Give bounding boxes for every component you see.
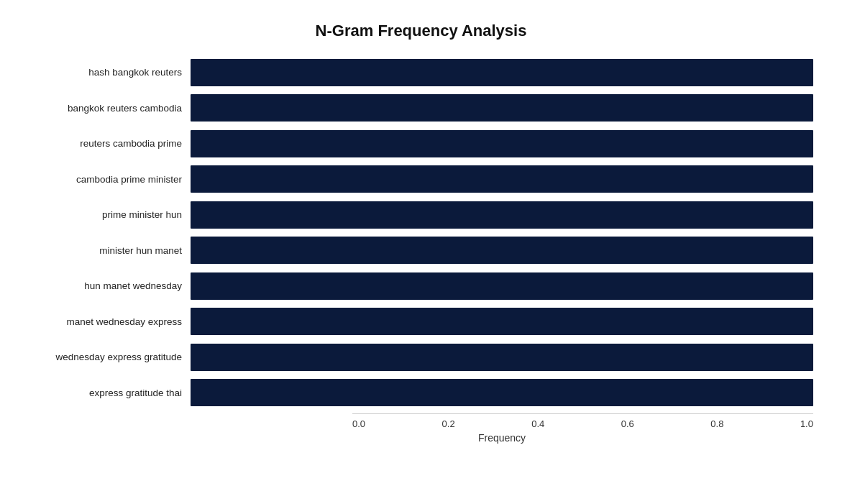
- bar-label: cambodia prime minister: [29, 174, 191, 185]
- bar-label: hun manet wednesday: [29, 280, 191, 291]
- bar-track: [191, 165, 813, 193]
- bar-label: wednesday express gratitude: [29, 352, 191, 362]
- bar-track: [191, 344, 813, 371]
- chart-title: N-Gram Frequency Analysis: [29, 14, 813, 40]
- bar-track: [191, 272, 813, 300]
- bar-row: cambodia prime minister: [29, 162, 813, 196]
- x-tick: 0.8: [710, 418, 723, 429]
- bar-row: hash bangkok reuters: [29, 55, 813, 90]
- bar-row: manet wednesday express: [29, 304, 813, 339]
- bar-row: prime minister hun: [29, 198, 813, 232]
- bar-label: reuters cambodia prime: [29, 138, 191, 149]
- bar-track: [191, 130, 813, 157]
- bar-row: minister hun manet: [29, 233, 813, 267]
- bar-label: bangkok reuters cambodia: [29, 103, 191, 114]
- bar-track: [191, 308, 813, 335]
- bar-track: [191, 201, 813, 229]
- bar-track: [191, 379, 813, 406]
- bar-track: [191, 237, 813, 264]
- bar-label: hash bangkok reuters: [29, 67, 191, 78]
- x-tick: 0.6: [621, 418, 634, 429]
- bar-track: [191, 59, 813, 86]
- chart-container: N-Gram Frequency Analysis hash bangkok r…: [0, 0, 842, 504]
- bar-track: [191, 94, 813, 122]
- x-tick: 0.2: [442, 418, 455, 429]
- bar-row: hun manet wednesday: [29, 269, 813, 303]
- bar-row: bangkok reuters cambodia: [29, 91, 813, 125]
- bar-row: reuters cambodia prime: [29, 127, 813, 161]
- bar-row: express gratitude thai: [29, 375, 813, 410]
- x-axis-wrapper: 0.00.20.40.60.81.0 Frequency: [191, 411, 813, 444]
- x-tick: 0.4: [531, 418, 544, 429]
- x-axis: 0.00.20.40.60.81.0: [352, 413, 813, 429]
- bars-section: hash bangkok reutersbangkok reuters camb…: [29, 55, 813, 411]
- chart-area: hash bangkok reutersbangkok reuters camb…: [29, 55, 813, 444]
- bar-label: manet wednesday express: [29, 316, 191, 327]
- bar-label: express gratitude thai: [29, 388, 191, 398]
- bar-label: minister hun manet: [29, 245, 191, 256]
- bar-label: prime minister hun: [29, 209, 191, 220]
- x-axis-label: Frequency: [191, 432, 813, 444]
- bar-row: wednesday express gratitude: [29, 340, 813, 375]
- x-tick: 1.0: [800, 418, 813, 429]
- x-tick: 0.0: [352, 418, 365, 429]
